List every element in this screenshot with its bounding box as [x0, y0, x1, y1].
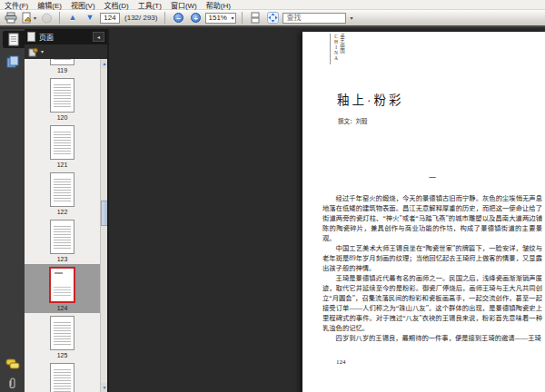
thumbnails-options-bar: ▾: [25, 44, 107, 59]
zoom-in-icon: +: [191, 13, 201, 23]
pages-icon: [8, 33, 20, 46]
page-number-input[interactable]: [100, 13, 120, 24]
next-page-button[interactable]: ▼: [83, 11, 97, 24]
thumbnail-image: [50, 59, 74, 65]
body-paragraph: 经过千年窑火的煅烧，今天的景德镇古旧而宁静。灰色的尘埃悄无声息地落在低矮的建筑物…: [322, 193, 542, 243]
find-input[interactable]: [282, 13, 346, 24]
menu-bar: 文件(F)编辑(E)视图(V)文档(D)工具(T)窗口(W)帮助(H): [0, 0, 545, 10]
pages-panel-button[interactable]: [3, 31, 25, 48]
export-button[interactable]: ▾: [21, 11, 36, 24]
panel-title: 页面: [39, 32, 54, 42]
thumbnail-image: [50, 316, 74, 350]
dynamic-zoom-button[interactable]: [265, 11, 280, 24]
thumbnail-page-number: 120: [57, 114, 68, 121]
page-side-header: 手艺中国 CHINA: [330, 34, 345, 64]
panel-collapse-button[interactable]: ◂: [93, 32, 104, 42]
scrollbar-down-button[interactable]: ▼: [101, 383, 107, 392]
thumbnail-image: [49, 267, 75, 303]
zoom-level-select[interactable]: 151% ▾: [205, 13, 236, 24]
thumbnail-image: [50, 78, 74, 113]
chevron-down-icon: ▾: [34, 15, 36, 21]
document-view[interactable]: 手艺中国 CHINA 釉上·粉彩 撰文：刘毅 一 经过千年窑火的煅烧，今天的景德…: [109, 29, 545, 392]
menu-item[interactable]: 工具(T): [138, 0, 162, 10]
chevron-down-icon: ▾: [41, 49, 44, 54]
zoom-level-value: 151%: [208, 14, 226, 22]
print-button[interactable]: [4, 11, 18, 24]
thumbnail-list-area: 119 120 121 122 123 124 125 126: [25, 59, 107, 392]
toolbar-separator: [242, 12, 243, 24]
zoom-in-button[interactable]: +: [188, 11, 203, 24]
attachments-panel-button[interactable]: [4, 374, 21, 391]
scroll-up-icon: ▲: [103, 62, 107, 66]
thumbnail-page-number: 119: [57, 67, 67, 74]
side-header-chinese: 手艺中国: [340, 34, 345, 64]
zoom-out-icon: −: [173, 13, 183, 23]
thumbnail-options-button[interactable]: ▾: [28, 47, 44, 57]
menu-items: 文件(F)编辑(E)视图(V)文档(D)工具(T)窗口(W)帮助(H): [5, 0, 231, 10]
main-area: 页面 ◂ ▾ 119 120 121 122: [0, 29, 545, 392]
pages-panel: 页面 ◂ ▾ 119 120 121 122: [25, 29, 109, 392]
body-paragraph: 王琦是景德镇近代最有名的画师之一。民国之后，浅绛瓷画渐渐销声匿迹，取代它并延续至…: [322, 273, 542, 333]
menu-item[interactable]: 帮助(H): [206, 0, 231, 10]
section-mark: 一: [322, 172, 542, 182]
zoom-out-button[interactable]: −: [171, 11, 185, 24]
scroll-down-icon: ▼: [103, 386, 107, 390]
pages-panel-header: 页面 ◂: [25, 29, 107, 44]
toolbar: ▾ ▲ ▼ (132/ 293) − + 151% ▾: [0, 10, 545, 27]
layers-panel-button[interactable]: [4, 53, 21, 70]
scrollbar-up-button[interactable]: ▲: [101, 59, 107, 68]
page-thumbnail[interactable]: 120: [25, 75, 100, 122]
printer-icon: [5, 12, 17, 24]
page-thumbnail[interactable]: 126: [25, 360, 100, 392]
find-options-chevron-icon[interactable]: ▾: [350, 15, 352, 21]
fit-arrows-icon: [267, 12, 279, 24]
arrow-up-icon: ▲: [69, 14, 77, 22]
side-header-english: CHINA: [333, 34, 339, 64]
paperclip-icon: [7, 376, 18, 389]
export-document-icon: [21, 12, 33, 24]
page-thumbnail[interactable]: 125: [25, 313, 100, 360]
thumbnail-image: [50, 125, 74, 160]
thumbnail-image: [50, 363, 74, 392]
menu-item[interactable]: 窗口(W): [171, 0, 197, 10]
thumbnail-page-number: 124: [57, 305, 68, 311]
menu-item[interactable]: 文档(D): [104, 0, 129, 10]
menu-item[interactable]: 编辑(E): [37, 0, 62, 10]
toolbar-separator: [164, 12, 165, 24]
page-thumbnail[interactable]: 123: [25, 217, 100, 264]
scrolling-mode-button[interactable]: [248, 11, 263, 24]
comments-panel-button[interactable]: [4, 356, 21, 373]
navigation-pane-strip: [0, 29, 25, 392]
thumbnail-scrollbar[interactable]: ▲ ▼: [100, 59, 107, 392]
menu-item[interactable]: 文件(F): [5, 0, 28, 10]
thumbnail-list: 119 120 121 122 123 124 125 126: [25, 59, 100, 392]
document-page: 手艺中国 CHINA 釉上·粉彩 撰文：刘毅 一 经过千年窑火的煅烧，今天的景德…: [302, 32, 545, 392]
page-thumbnail[interactable]: 122: [25, 170, 100, 217]
previous-page-button[interactable]: ▲: [65, 11, 80, 24]
page-scroll-icon: [250, 12, 261, 24]
thumbnail-page-number: 123: [57, 256, 68, 262]
pdf-reader-window: 文件(F)编辑(E)视图(V)文档(D)工具(T)窗口(W)帮助(H) ▾ ▲ …: [0, 0, 545, 392]
review-button: [39, 11, 54, 24]
article-body: 经过千年窑火的煅烧，今天的景德镇古旧而宁静。灰色的尘埃悄无声息地落在低矮的建筑物…: [322, 193, 542, 343]
page-thumbnail[interactable]: 124: [25, 264, 100, 313]
menu-item[interactable]: 视图(V): [71, 0, 95, 10]
thumbnail-page-number: 125: [57, 352, 68, 358]
toolbar-separator: [59, 12, 60, 24]
page-thumbnail-icon: [27, 32, 35, 42]
arrow-down-icon: ▼: [86, 14, 94, 22]
layers-icon: [6, 55, 19, 68]
article-title: 釉上·粉彩: [337, 90, 404, 108]
chevron-down-icon: ▾: [231, 15, 233, 21]
scrollbar-thumb[interactable]: [101, 201, 107, 226]
page-thumbnail[interactable]: 119: [25, 59, 100, 75]
thumbnail-image: [50, 172, 74, 207]
body-paragraph: 中国工艺美术大师王锡良坐在“陶瓷世家”的牌匾下，一脸安详，皱纹与老年斑是89年岁…: [322, 243, 542, 273]
thumbnail-page-number: 121: [57, 162, 68, 168]
thumbnail-image: [50, 220, 74, 254]
thumbnail-page-number: 122: [57, 209, 68, 215]
page-thumbnail[interactable]: 121: [25, 122, 100, 170]
comments-icon: [5, 358, 20, 370]
page-count-label: (132/ 293): [124, 14, 157, 22]
article-byline: 撰文：刘毅: [338, 116, 368, 125]
